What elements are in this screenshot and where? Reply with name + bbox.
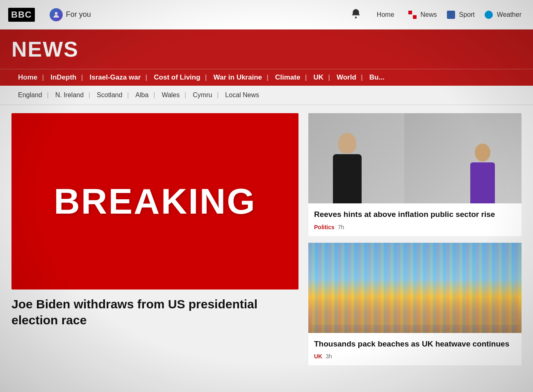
sidebar-article-1-category[interactable]: Politics [314,224,335,230]
region-england[interactable]: England [11,90,49,100]
sidebar-article-2-image [308,243,522,333]
nav-weather[interactable]: Weather [481,9,525,21]
nav-sport[interactable]: Sport [444,9,478,21]
sidebar-article-1-content: Reeves hints at above inflation public s… [308,203,522,236]
news-title: NEWS [11,37,79,62]
notification-bell[interactable] [351,8,361,21]
nav-home[interactable]: Home [374,9,398,20]
cat-uk[interactable]: UK [307,69,330,86]
region-cymru[interactable]: Cymru [186,90,219,100]
sidebar-article-1-time: 7h [338,224,344,230]
weather-icon [485,11,493,19]
breaking-news-headline: Joe Biden withdraws from US presidential… [11,296,298,328]
sidebar-article-1-title: Reeves hints at above inflation public s… [314,209,516,220]
nav-news[interactable]: News [405,9,440,21]
region-nireland[interactable]: N. Ireland [49,90,90,100]
for-you-label: For you [66,10,91,19]
sidebar-article-1-meta: Politics 7h [314,224,516,230]
region-navigation: England N. Ireland Scotland Alba Wales C… [0,86,533,105]
bbc-logo[interactable]: BBC [8,8,35,22]
news-icon [408,11,417,19]
breaking-badge: BREAKING [54,180,256,222]
region-wales[interactable]: Wales [155,90,186,100]
sidebar-article-2-time: 3h [326,353,332,360]
svg-point-0 [55,12,57,15]
region-scotland[interactable]: Scotland [90,90,129,100]
sidebar-article-2[interactable]: Thousands pack beaches as UK heatwave co… [308,243,522,366]
sport-icon [447,11,455,19]
news-banner: NEWS [0,30,533,69]
bbc-logo-text: BBC [8,8,35,22]
sidebar-article-2-category[interactable]: UK [314,353,322,360]
sidebar-article-2-content: Thousands pack beaches as UK heatwave co… [308,333,522,366]
main-content: BREAKING Joe Biden withdraws from US pre… [0,105,533,374]
sidebar-article-1[interactable]: Reeves hints at above inflation public s… [308,113,522,236]
sidebar-article-2-meta: UK 3h [314,353,516,360]
for-you-icon [50,8,63,21]
category-navigation: Home InDepth Israel-Gaza war Cost of Liv… [0,69,533,86]
cat-indepth[interactable]: InDepth [44,69,83,86]
cat-home[interactable]: Home [11,69,44,86]
breaking-news-card[interactable]: BREAKING Joe Biden withdraws from US pre… [11,113,298,365]
cat-world[interactable]: World [330,69,363,86]
svg-point-1 [355,16,357,18]
cat-climate[interactable]: Climate [269,69,307,86]
cat-israel-gaza[interactable]: Israel-Gaza war [83,69,148,86]
top-navigation: BBC For you Home News Sport [0,0,533,30]
cat-war-ukraine[interactable]: War in Ukraine [207,69,269,86]
sidebar: Reeves hints at above inflation public s… [308,113,522,365]
top-nav-links: Home News Sport Weather [374,9,525,21]
cat-cost-of-living[interactable]: Cost of Living [147,69,207,86]
breaking-news-image: BREAKING [11,113,298,289]
region-local[interactable]: Local News [219,90,266,100]
sidebar-article-1-image [308,113,522,203]
for-you-button[interactable]: For you [45,6,96,24]
region-alba[interactable]: Alba [129,90,155,100]
cat-more[interactable]: Bu... [363,69,391,86]
sidebar-article-2-title: Thousands pack beaches as UK heatwave co… [314,339,516,349]
